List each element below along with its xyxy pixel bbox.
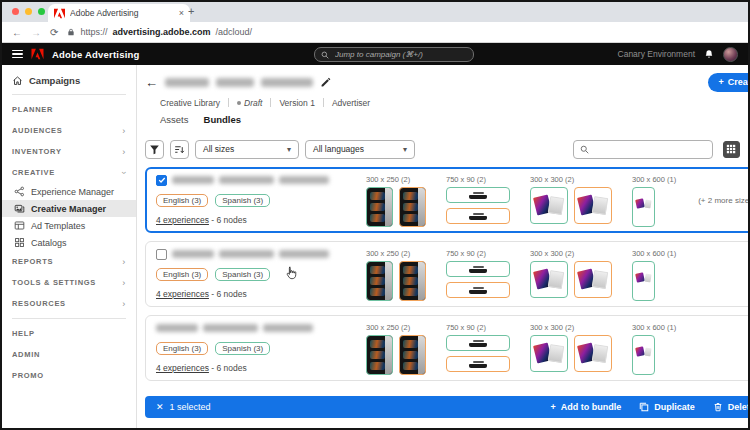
creative-thumbnail-300x250[interactable]: i bbox=[399, 261, 426, 301]
catalogs-icon bbox=[14, 237, 25, 248]
hamburger-menu-icon[interactable] bbox=[12, 50, 23, 58]
sidebar-item-promo[interactable]: Promo bbox=[2, 365, 136, 386]
creative-thumbnail-300x300[interactable] bbox=[530, 335, 568, 372]
bundle-card[interactable]: English (3) Spanish (3) 4 experiences - … bbox=[145, 315, 750, 381]
sort-button[interactable] bbox=[170, 140, 189, 159]
divider bbox=[12, 94, 126, 95]
jump-to-campaign-search[interactable] bbox=[314, 47, 474, 62]
breadcrumb: Creative Library bbox=[160, 98, 220, 108]
add-to-bundle-button[interactable]: + Add to bundle bbox=[550, 402, 621, 412]
user-avatar[interactable] bbox=[723, 47, 738, 62]
experiences-link[interactable]: 4 experiences bbox=[156, 215, 209, 225]
creative-thumbnail-300x300[interactable] bbox=[530, 261, 568, 298]
reload-icon[interactable]: ⟳ bbox=[50, 27, 58, 38]
creative-thumbnail-300x300[interactable] bbox=[530, 187, 568, 224]
home-icon bbox=[12, 75, 23, 86]
close-window-icon[interactable] bbox=[12, 8, 19, 15]
browser-tab-strip: Adobe Advertising × + bbox=[2, 2, 748, 22]
sidebar-item-catalogs[interactable]: Catalogs bbox=[2, 234, 136, 251]
sidebar: Campaigns Planner Audiences› Inventory› … bbox=[2, 65, 137, 428]
language-pill-spanish: Spanish (3) bbox=[215, 268, 270, 281]
create-button[interactable]: + Create bbox=[708, 73, 750, 92]
zoom-window-icon[interactable] bbox=[38, 8, 45, 15]
back-arrow-icon[interactable]: ← bbox=[145, 76, 158, 89]
language-filter-dropdown[interactable]: All languages ▾ bbox=[305, 140, 415, 159]
creative-thumbnail-300x250[interactable]: i bbox=[366, 261, 393, 301]
creative-thumbnail-750x90[interactable] bbox=[446, 282, 510, 298]
chevron-right-icon: › bbox=[122, 278, 126, 288]
redacted-text bbox=[172, 176, 214, 184]
creative-thumbnail-300x600[interactable] bbox=[632, 335, 655, 375]
clear-selection-icon[interactable]: ✕ bbox=[156, 402, 164, 412]
sidebar-item-experience-manager[interactable]: Experience Manager bbox=[2, 183, 136, 200]
divider bbox=[270, 98, 271, 107]
creative-thumbnail-750x90[interactable] bbox=[446, 187, 510, 203]
sidebar-item-help[interactable]: Help bbox=[2, 323, 136, 344]
size-label: 300 x 600 (1) bbox=[632, 323, 676, 332]
back-nav-icon[interactable]: ← bbox=[12, 27, 22, 38]
search-icon bbox=[580, 145, 589, 154]
language-pill-spanish: Spanish (3) bbox=[215, 342, 270, 355]
creative-thumbnail-750x90[interactable] bbox=[446, 335, 510, 351]
info-icon: i bbox=[419, 263, 424, 268]
status-dot-icon bbox=[237, 101, 241, 105]
window-controls[interactable] bbox=[12, 8, 45, 15]
creative-thumbnail-300x250[interactable]: i bbox=[366, 187, 393, 227]
sidebar-item-ad-templates[interactable]: Ad Templates bbox=[2, 217, 136, 234]
sidebar-item-admin[interactable]: Admin bbox=[2, 344, 136, 365]
sidebar-item-inventory[interactable]: Inventory› bbox=[2, 141, 136, 162]
sidebar-item-campaigns[interactable]: Campaigns bbox=[2, 70, 136, 90]
creative-thumbnail-300x250[interactable]: i bbox=[366, 335, 393, 375]
creative-thumbnail-300x250[interactable]: i bbox=[399, 187, 426, 227]
creative-thumbnail-300x250[interactable]: i bbox=[399, 335, 426, 375]
sort-icon bbox=[174, 144, 185, 155]
sidebar-item-audiences[interactable]: Audiences› bbox=[2, 120, 136, 141]
close-tab-icon[interactable]: × bbox=[179, 8, 184, 18]
experiences-link[interactable]: 4 experiences bbox=[156, 363, 209, 373]
version-label: Version 1 bbox=[279, 98, 314, 108]
creative-thumbnail-300x600[interactable] bbox=[632, 261, 655, 301]
filter-button[interactable] bbox=[145, 140, 164, 159]
sidebar-item-resources[interactable]: Resources› bbox=[2, 293, 136, 314]
grid-view-icon bbox=[726, 144, 736, 154]
creative-thumbnail-300x600[interactable] bbox=[632, 187, 655, 227]
creative-thumbnail-750x90[interactable] bbox=[446, 356, 510, 372]
delete-button[interactable]: Delete bbox=[713, 402, 750, 412]
redacted-text bbox=[279, 250, 329, 258]
size-label: 750 x 90 (2) bbox=[446, 323, 510, 332]
new-tab-icon[interactable]: + bbox=[188, 5, 194, 17]
creative-thumbnail-300x300[interactable] bbox=[574, 187, 612, 224]
size-filter-dropdown[interactable]: All sizes ▾ bbox=[195, 140, 299, 159]
forward-nav-icon[interactable]: → bbox=[31, 27, 41, 38]
nodes-count: - 6 nodes bbox=[211, 215, 246, 225]
creative-thumbnail-750x90[interactable] bbox=[446, 208, 510, 224]
chevron-down-icon: › bbox=[119, 171, 129, 175]
bundle-checkbox[interactable] bbox=[156, 175, 167, 186]
omnibox[interactable]: https://advertising.adobe.com/adcloud/ bbox=[67, 27, 252, 37]
bundle-search-input[interactable] bbox=[593, 143, 706, 155]
sidebar-item-tools-settings[interactable]: Tools & Settings› bbox=[2, 272, 136, 293]
chevron-right-icon: › bbox=[122, 126, 126, 136]
sidebar-item-creative[interactable]: Creative› bbox=[2, 162, 136, 183]
browser-tab[interactable]: Adobe Advertising × bbox=[48, 4, 190, 22]
duplicate-button[interactable]: Duplicate bbox=[639, 402, 695, 412]
notifications-bell-icon[interactable] bbox=[704, 49, 714, 60]
minimize-window-icon[interactable] bbox=[25, 8, 32, 15]
sidebar-item-creative-manager[interactable]: Creative Manager bbox=[2, 200, 136, 217]
tab-bundles[interactable]: Bundles bbox=[204, 114, 241, 130]
bundle-card[interactable]: English (3) Spanish (3) 4 experiences - … bbox=[145, 241, 750, 307]
creative-thumbnail-300x300[interactable] bbox=[574, 261, 612, 298]
grid-view-button[interactable] bbox=[723, 141, 740, 158]
bundle-search-field[interactable] bbox=[573, 140, 713, 159]
sidebar-item-planner[interactable]: Planner bbox=[2, 99, 136, 120]
experiences-link[interactable]: 4 experiences bbox=[156, 289, 209, 299]
tab-assets[interactable]: Assets bbox=[160, 114, 189, 130]
jump-search-input[interactable] bbox=[333, 49, 467, 60]
creative-thumbnail-300x300[interactable] bbox=[574, 335, 612, 372]
sidebar-item-reports[interactable]: Reports› bbox=[2, 251, 136, 272]
redacted-text bbox=[203, 324, 258, 332]
edit-title-icon[interactable] bbox=[320, 73, 331, 91]
bundle-card[interactable]: English (3) Spanish (3) 4 experiences - … bbox=[145, 167, 750, 233]
creative-thumbnail-750x90[interactable] bbox=[446, 261, 510, 277]
bundle-checkbox[interactable] bbox=[156, 249, 167, 260]
